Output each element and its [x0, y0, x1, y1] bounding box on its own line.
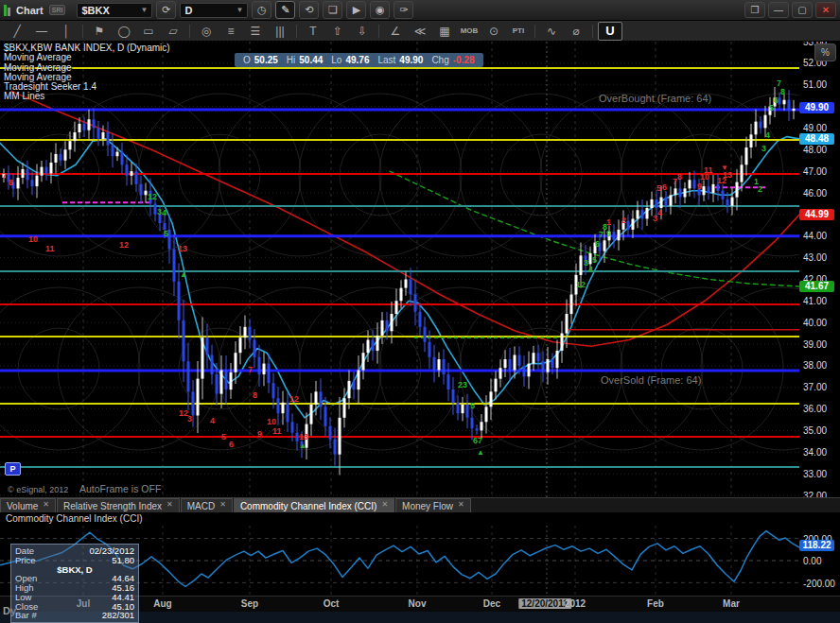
svg-text:3: 3: [761, 144, 766, 153]
time-axis-label: Feb: [647, 598, 664, 609]
tab-label: Relative Strength Index: [63, 501, 162, 511]
symbol-lookup-button[interactable]: ⟳: [156, 1, 176, 19]
price-axis-flag: 41.67: [799, 281, 834, 292]
fib-retracement-tool-icon[interactable]: ≡: [219, 23, 242, 40]
tab-volume[interactable]: Volume✕: [0, 498, 56, 512]
close-icon[interactable]: ✕: [458, 500, 464, 509]
price-axis-label: 41.00: [803, 296, 827, 306]
main-chart-canvas[interactable]: 7810111213123456789101112131234567891011…: [0, 42, 799, 501]
mob-tool-icon[interactable]: MOB: [458, 23, 481, 40]
interval-input[interactable]: D ▼: [180, 3, 248, 18]
percent-scale-button[interactable]: %: [814, 43, 836, 61]
ellipse-tool-icon[interactable]: ◯: [113, 23, 135, 40]
horizontal-line-tool-icon[interactable]: —: [30, 23, 53, 40]
vertical-line-tool-icon[interactable]: │: [55, 23, 78, 40]
tab-label: Commodity Channel Index (CCI): [240, 501, 377, 511]
cci-axis-label: 0.00: [803, 556, 821, 566]
svg-text:8: 8: [677, 172, 682, 182]
interval-value: D: [184, 5, 192, 16]
title-bar: Chart SRI $BKX ▼ ⟳ D ▼ ◷✎⟲❏▶◉✑ ❐—▢✕: [0, 0, 840, 21]
minimize-window-button[interactable]: —: [768, 2, 789, 18]
text-tool-icon[interactable]: T: [302, 23, 324, 40]
ink-button[interactable]: ✑: [394, 1, 413, 19]
wave-tool-icon[interactable]: ∿: [540, 23, 563, 40]
play-button[interactable]: ▶: [346, 1, 366, 19]
tab-money-flow[interactable]: Money Flow✕: [395, 498, 471, 512]
svg-text:5: 5: [656, 183, 661, 193]
svg-text:3: 3: [463, 380, 467, 389]
svg-text:6: 6: [595, 239, 600, 249]
quote-field-label: Last: [377, 55, 395, 65]
svg-text:6: 6: [774, 95, 779, 105]
regression-tool-icon[interactable]: ☰: [244, 23, 267, 40]
tab-macd[interactable]: MACD✕: [181, 498, 233, 512]
quote-bar: O50.25Hi50.44Lo49.76Last49.90Chg-0.28: [235, 53, 483, 67]
close-window-button[interactable]: ✕: [815, 2, 836, 18]
cycle-lines-tool-icon[interactable]: |||: [269, 23, 291, 40]
pti-tool-icon[interactable]: PTI: [507, 23, 530, 40]
quote-field-value: 50.25: [254, 55, 278, 65]
arrow-up-tool-icon[interactable]: ⇧: [326, 23, 349, 40]
symbol-input[interactable]: $BKX ▼: [77, 3, 152, 18]
time-axis-label: Nov: [409, 598, 427, 609]
svg-text:4: 4: [210, 416, 215, 425]
note-button[interactable]: ❏: [323, 1, 342, 19]
price-axis-label: 47.00: [803, 166, 827, 177]
tooltip-label: Price: [15, 556, 36, 565]
fib-circle-tool-icon[interactable]: ◎: [195, 23, 218, 40]
pointer-mode-badge[interactable]: P: [5, 462, 21, 476]
restore-window-button[interactable]: ❐: [744, 2, 765, 18]
trendline-tool-icon[interactable]: ╱: [6, 23, 28, 40]
svg-text:4: 4: [162, 208, 166, 217]
chevron-down-icon: ▼: [140, 6, 148, 14]
svg-text:3: 3: [187, 414, 192, 424]
toolbar-separator: [378, 25, 379, 38]
circle-marker-tool-icon[interactable]: ⊙: [482, 23, 505, 40]
cci-panel-title: Commodity Channel Index (CCI): [6, 513, 143, 524]
svg-text:12: 12: [119, 240, 129, 250]
tab-relative-strength-index[interactable]: Relative Strength Index✕: [57, 498, 180, 512]
grid-tool-icon[interactable]: ▦: [433, 23, 456, 40]
cci-axis-label: -200.00: [803, 579, 835, 589]
price-axis-label: 36.00: [803, 404, 827, 414]
toolbar-separator: [189, 25, 190, 38]
time-axis-label: Dec: [483, 598, 500, 609]
autoframe-status: AutoFrame is OFF: [79, 483, 161, 494]
price-axis-flag: 49.90: [799, 102, 834, 113]
svg-text:11: 11: [272, 426, 282, 436]
svg-text:5: 5: [164, 229, 168, 238]
tab-label: Money Flow: [402, 501, 453, 511]
svg-text:5: 5: [221, 432, 226, 441]
tab-label: Volume: [7, 501, 38, 511]
maximize-window-button[interactable]: ▢: [792, 2, 813, 18]
close-icon[interactable]: ✕: [219, 500, 226, 509]
cci-axis-flag: 118.22: [799, 540, 834, 551]
price-axis-label: 39.00: [803, 339, 827, 350]
svg-text:7: 7: [248, 365, 253, 374]
price-axis-label: 33.00: [803, 469, 827, 479]
pitchfork-tool-icon[interactable]: ∠: [384, 23, 407, 40]
flag-tool-icon[interactable]: ⚑: [88, 23, 111, 40]
channel-tool-icon[interactable]: ▱: [162, 23, 184, 40]
tab-commodity-channel-index-cci-[interactable]: Commodity Channel Index (CCI)✕: [234, 498, 394, 512]
svg-text:2: 2: [621, 216, 626, 225]
esignal-chart-window: { "window": { "title": "Chart", "badge":…: [0, 0, 840, 623]
time-axis-label: 2012: [565, 598, 586, 609]
gann-fan-tool-icon[interactable]: ≪: [409, 23, 431, 40]
draw-pencil-button[interactable]: ✎: [275, 1, 295, 19]
replay-button[interactable]: ◉: [370, 1, 390, 19]
rectangle-tool-icon[interactable]: ▭: [137, 23, 160, 40]
svg-text:8: 8: [9, 178, 13, 187]
eraser-tool-icon[interactable]: ⌀: [565, 23, 587, 40]
interval-history-button[interactable]: ◷: [252, 1, 271, 19]
close-icon[interactable]: ✕: [166, 500, 173, 509]
underline-toggle[interactable]: U: [598, 22, 622, 41]
close-icon[interactable]: ✕: [381, 500, 388, 509]
tooltip-value: 282/301: [102, 611, 134, 620]
tooltip-row: Low44.41: [15, 593, 134, 602]
time-axis-label: Sep: [241, 598, 258, 609]
arrow-down-tool-icon[interactable]: ⇩: [351, 23, 374, 40]
close-icon[interactable]: ✕: [43, 500, 49, 509]
refresh-button[interactable]: ⟲: [299, 1, 319, 19]
svg-text:13: 13: [299, 432, 308, 441]
